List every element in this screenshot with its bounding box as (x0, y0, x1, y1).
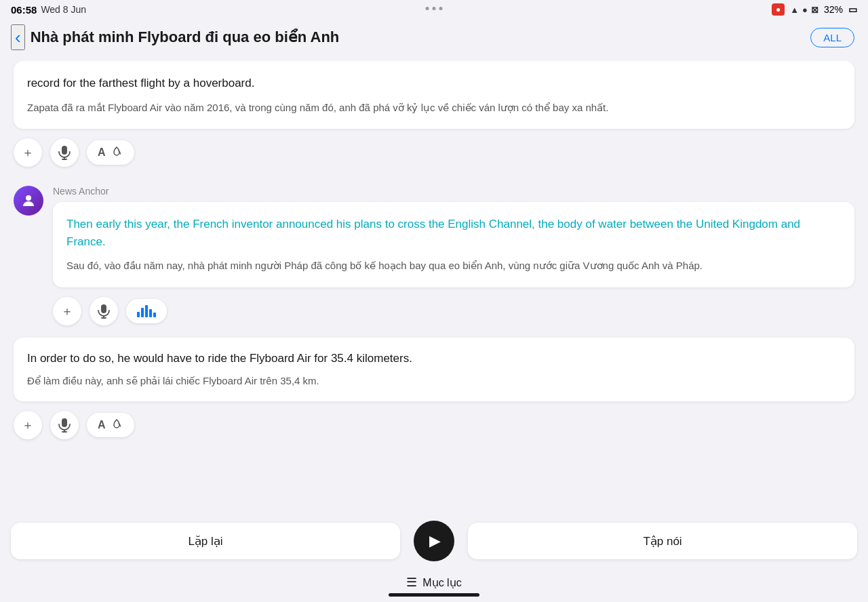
anchor-avatar (14, 186, 43, 216)
section3-add-button[interactable]: ＋ (14, 411, 42, 439)
bars-icon (137, 305, 156, 317)
section3-audio-button[interactable]: A (87, 413, 134, 437)
repeat-button[interactable]: Lặp lại (11, 523, 400, 559)
battery-percentage: 32% (824, 4, 843, 15)
three-dots (426, 7, 443, 10)
section2-vietnamese: Sau đó, vào đầu năm nay, nhà phát minh n… (66, 258, 841, 274)
section2-bars-button[interactable] (126, 299, 167, 323)
battery-record-icon: ● (772, 3, 785, 16)
section1-vietnamese: Zapata đã ra mắt Flyboard Air vào năm 20… (27, 100, 841, 116)
svg-rect-4 (101, 304, 106, 313)
a-letter-icon: A (98, 146, 106, 159)
section1-audio-button[interactable]: A (87, 140, 134, 165)
status-date: Wed 8 Jun (41, 4, 86, 15)
section3-english: In order to do so, he would have to ride… (27, 350, 841, 367)
status-time: 06:58 (11, 4, 37, 16)
toc-bar[interactable]: ☰ Mục lục (0, 569, 868, 595)
toc-label: Mục lục (422, 576, 461, 589)
wifi-icon: ▲ (790, 5, 799, 15)
network-icon: ⊠ (811, 5, 818, 15)
section1-card: record for the farthest flight by a hove… (14, 61, 854, 129)
section2-actions: ＋ (53, 287, 854, 338)
section3-vietnamese: Để làm điều này, anh sẽ phải lái chiếc F… (27, 374, 841, 389)
section2-card: Then early this year, the French invento… (53, 202, 854, 287)
a-letter-icon2: A (98, 419, 106, 431)
section2-english: Then early this year, the French invento… (66, 216, 841, 250)
section3-mic-button[interactable] (50, 411, 79, 439)
section1-add-button[interactable]: ＋ (14, 138, 42, 167)
section2-add-button[interactable]: ＋ (53, 297, 81, 325)
toc-lines-icon: ☰ (406, 575, 417, 590)
home-indicator (389, 593, 479, 597)
anchor-content: News Anchor Then early this year, the Fr… (53, 186, 854, 338)
svg-point-3 (26, 195, 31, 201)
back-button[interactable]: ‹ (11, 24, 25, 50)
header: ‹ Nhà phát minh Flyboard đi qua eo biển … (0, 19, 868, 58)
anchor-section: News Anchor Then early this year, the Fr… (14, 186, 854, 338)
signal-icon: ● (802, 5, 808, 15)
section1-english: record for the farthest flight by a hove… (27, 75, 841, 92)
section3-card: In order to do so, he would have to ride… (14, 338, 854, 401)
speak-button[interactable]: Tập nói (468, 523, 857, 559)
section3-actions: ＋ A (14, 401, 854, 452)
play-button[interactable]: ▶ (414, 521, 454, 561)
back-icon: ‹ (15, 28, 21, 46)
svg-rect-0 (62, 146, 67, 155)
status-icons: ▲ ● ⊠ (790, 5, 818, 15)
all-button[interactable]: ALL (810, 28, 854, 47)
section1-mic-button[interactable] (50, 138, 79, 167)
play-icon: ▶ (429, 532, 441, 550)
status-bar: 06:58 Wed 8 Jun ● ▲ ● ⊠ 32% ▭ (0, 0, 868, 19)
scroll-area: record for the farthest flight by a hove… (0, 61, 868, 521)
svg-rect-7 (62, 418, 67, 427)
page-title: Nhà phát minh Flyboard đi qua eo biển An… (31, 28, 340, 46)
bottom-bar: Lặp lại ▶ Tập nói (0, 514, 868, 568)
section1-actions: ＋ A (14, 129, 854, 179)
section2-mic-button[interactable] (90, 297, 118, 325)
anchor-name: News Anchor (53, 186, 854, 197)
battery-icon: ▭ (848, 4, 857, 15)
